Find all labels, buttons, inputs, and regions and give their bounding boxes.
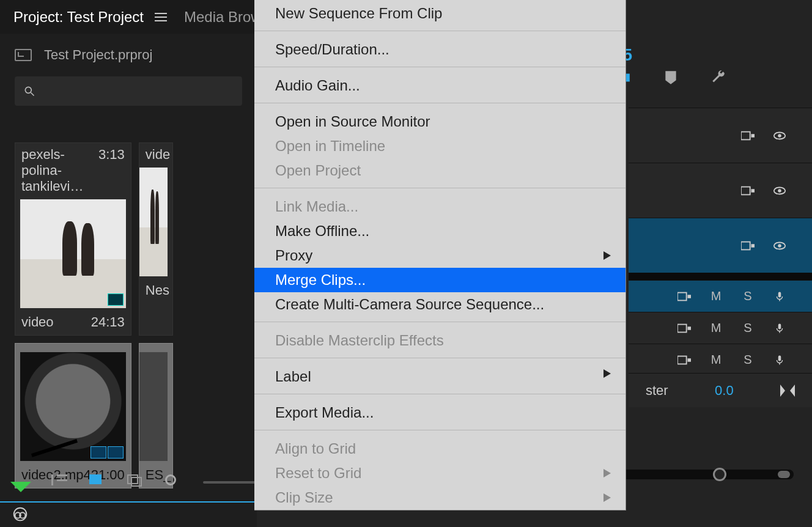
eye-icon[interactable] (773, 240, 786, 251)
svg-rect-23 (677, 324, 687, 332)
bin-foot-name: Nes (146, 282, 169, 298)
svg-rect-24 (688, 326, 692, 330)
scroll-thumb[interactable] (778, 471, 790, 478)
freeform-view-button[interactable] (127, 474, 143, 490)
menu-item-make-offline[interactable]: Make Offline... (254, 219, 626, 243)
master-label: ster (646, 383, 668, 399)
tab-project-label: Project: Test Project (13, 9, 144, 26)
marker-icon[interactable] (663, 70, 679, 86)
audio-track-header[interactable]: M S (629, 280, 812, 312)
svg-rect-12 (751, 189, 755, 193)
menu-item-speed-duration[interactable]: Speed/Duration... (254, 31, 626, 62)
bin-foot-duration: 24:13 (91, 314, 125, 330)
menu-item-export-media[interactable]: Export Media... (254, 394, 626, 425)
svg-rect-20 (688, 295, 692, 298)
bin-grid: pexels-polina-tankilevi…3:13 video24:13 … (15, 142, 242, 488)
video-track-header[interactable] (629, 163, 812, 218)
source-patch-icon[interactable] (677, 355, 691, 366)
list-view-button[interactable] (51, 474, 67, 490)
svg-point-10 (778, 134, 781, 138)
bin-title: pexels-polina-tankilevi… (21, 147, 98, 194)
tab-project[interactable]: Project: Test Project (13, 9, 184, 26)
project-view-tools (13, 474, 276, 490)
bin-thumbnail (139, 168, 168, 276)
bin-item[interactable]: video2.mp421:00 (15, 343, 131, 488)
menu-item-audio-gain[interactable]: Audio Gain... (254, 67, 626, 98)
master-level[interactable]: 0.0 (715, 383, 734, 399)
source-patch-icon[interactable] (677, 323, 691, 334)
svg-rect-27 (677, 356, 687, 364)
voiceover-mic-icon[interactable] (773, 355, 786, 366)
creative-cloud-icon (11, 505, 29, 523)
bin-item[interactable]: ES_ (139, 343, 173, 488)
mute-button[interactable]: M (709, 321, 723, 335)
clip-type-badge-icon (90, 446, 124, 459)
audio-track-header[interactable]: M S (629, 344, 812, 375)
bin-up-icon[interactable] (15, 49, 32, 61)
menu-item-merge-clips[interactable]: Merge Clips... (254, 268, 626, 292)
menu-item-open-in-source-monitor[interactable]: Open in Source Monitor (254, 103, 626, 134)
voiceover-mic-icon[interactable] (773, 291, 786, 302)
menu-item-new-sequence-from-clip[interactable]: New Sequence From Clip (254, 0, 626, 26)
svg-marker-31 (780, 385, 785, 397)
menu-item-create-multi-camera-source-sequence[interactable]: Create Multi-Camera Source Sequence... (254, 292, 626, 317)
svg-rect-7 (741, 131, 750, 139)
bin-thumbnail (20, 352, 126, 461)
eye-icon[interactable] (773, 185, 786, 196)
zoom-handle[interactable] (165, 474, 181, 490)
bin-thumbnail (139, 352, 168, 461)
search-icon (23, 85, 35, 97)
bin-head-duration: 3:13 (98, 147, 125, 194)
track-headers: M S M S M S (629, 108, 812, 375)
svg-rect-16 (751, 244, 755, 248)
svg-rect-19 (677, 292, 687, 300)
svg-rect-15 (741, 241, 750, 249)
clip-context-menu: New Sequence From ClipSpeed/Duration...A… (254, 0, 626, 510)
mute-button[interactable]: M (709, 289, 723, 303)
settings-wrench-icon[interactable] (711, 70, 726, 86)
solo-button[interactable]: S (741, 321, 755, 335)
menu-item-open-project: Open Project (254, 158, 626, 183)
menu-item-clip-size: Clip Size (254, 485, 626, 510)
svg-rect-21 (778, 292, 781, 297)
menu-item-label[interactable]: Label (254, 358, 626, 389)
voiceover-mic-icon[interactable] (773, 323, 786, 334)
video-track-header[interactable] (629, 218, 812, 273)
pan-balance-icon[interactable] (780, 385, 795, 397)
project-search[interactable] (15, 76, 242, 106)
bin-item[interactable]: vide Nes (139, 142, 173, 336)
menu-item-proxy[interactable]: Proxy (254, 243, 626, 268)
mute-button[interactable]: M (709, 353, 723, 367)
source-patch-icon[interactable] (741, 185, 755, 196)
source-patch-icon[interactable] (677, 291, 691, 302)
timeline-header-tools (615, 70, 726, 86)
svg-marker-32 (790, 385, 795, 397)
track-divider (629, 273, 812, 280)
bin-thumbnail (20, 199, 126, 308)
bin-foot-name: video (21, 314, 54, 330)
svg-rect-11 (741, 186, 750, 194)
source-patch-icon[interactable] (741, 240, 755, 251)
menu-item-align-to-grid: Align to Grid (254, 430, 626, 461)
master-track-header[interactable]: ster 0.0 (629, 373, 812, 407)
project-breadcrumb[interactable]: Test Project.prproj (0, 34, 257, 68)
eye-icon[interactable] (773, 130, 786, 141)
svg-rect-28 (688, 358, 692, 362)
svg-point-0 (25, 87, 31, 93)
project-filename: Test Project.prproj (44, 47, 152, 63)
icon-view-button[interactable] (89, 474, 105, 490)
panel-menu-icon[interactable] (155, 13, 167, 21)
menu-item-disable-masterclip-effects: Disable Masterclip Effects (254, 322, 626, 353)
zoom-handle-icon[interactable] (713, 468, 726, 481)
bin-item[interactable]: pexels-polina-tankilevi…3:13 video24:13 (15, 142, 131, 336)
new-item-button[interactable] (13, 474, 29, 490)
project-panel: Test Project.prproj pexels-polina-tankil… (0, 34, 257, 527)
solo-button[interactable]: S (741, 353, 755, 367)
source-patch-icon[interactable] (741, 130, 755, 141)
svg-point-14 (778, 189, 781, 193)
svg-line-1 (31, 93, 34, 96)
solo-button[interactable]: S (741, 289, 755, 303)
menu-item-open-in-timeline: Open in Timeline (254, 134, 626, 158)
audio-track-header[interactable]: M S (629, 312, 812, 344)
video-track-header[interactable] (629, 108, 812, 163)
